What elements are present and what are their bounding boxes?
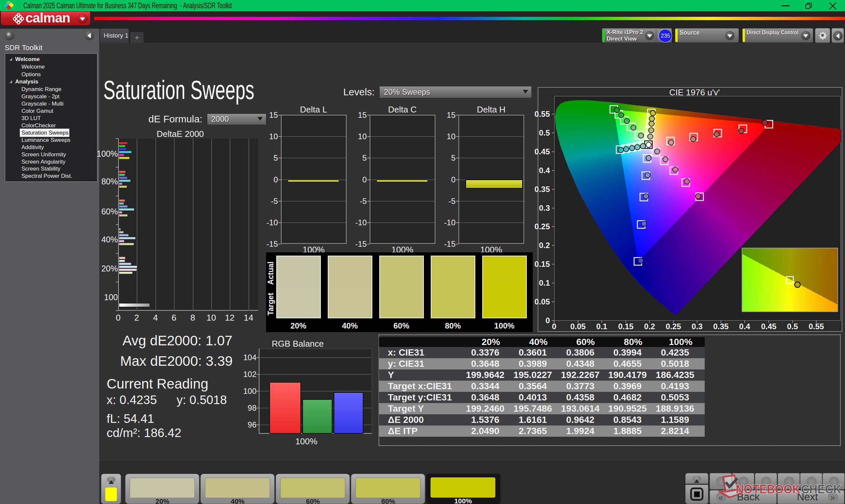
svg-text:NOTEBOOK: NOTEBOOK xyxy=(736,483,800,496)
svg-text:CHECK: CHECK xyxy=(801,483,841,496)
